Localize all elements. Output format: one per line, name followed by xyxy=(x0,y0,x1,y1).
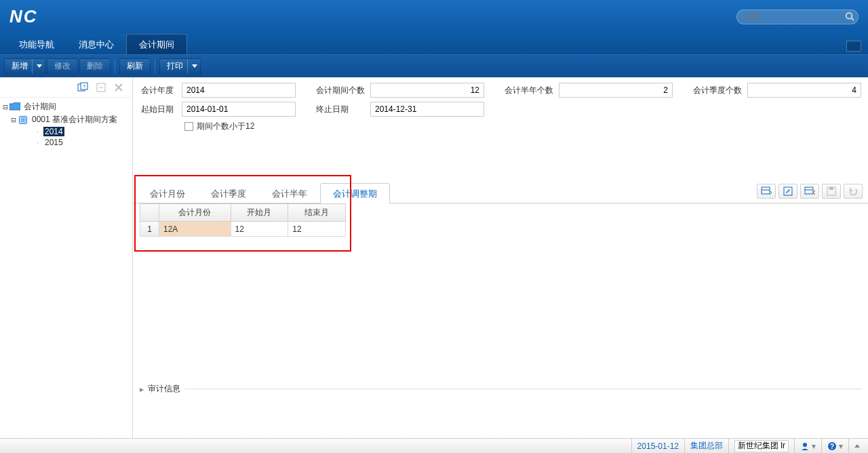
new-button[interactable]: 新增 xyxy=(4,58,45,75)
tree-collapse-icon[interactable]: ⊟ xyxy=(1,102,9,112)
status-org[interactable]: 集团总部 xyxy=(684,439,728,454)
input-start[interactable] xyxy=(182,102,296,117)
new-button-caret-icon[interactable] xyxy=(32,59,42,74)
svg-text:?: ? xyxy=(830,443,834,450)
tree-root[interactable]: ⊟ 会计期间 xyxy=(1,100,131,113)
action-undo-icon[interactable] xyxy=(844,184,863,199)
cell-month[interactable]: 12A xyxy=(159,222,231,237)
audit-collapse-icon[interactable]: ▸ xyxy=(140,385,148,394)
action-save-icon[interactable] xyxy=(822,184,841,199)
new-button-label: 新增 xyxy=(12,60,28,72)
cell-end[interactable]: 12 xyxy=(288,222,346,237)
nav-tabs: 功能导航 消息中心 会计期间 xyxy=(0,33,868,54)
refresh-button[interactable]: 刷新 xyxy=(119,58,151,75)
table-container: 会计月份 开始月 结束月 1 12A 12 12 xyxy=(133,203,868,276)
tree-scheme-label: 0001 基准会计期间方案 xyxy=(31,114,119,125)
checkbox-icon[interactable] xyxy=(184,122,193,131)
action-insert-icon[interactable] xyxy=(757,184,776,199)
status-bar: 2015-01-12 集团总部 ▾ ? ▾ xyxy=(0,438,868,453)
status-date[interactable]: 2015-01-12 xyxy=(631,439,684,454)
svg-rect-15 xyxy=(829,187,833,190)
toolbar-separator xyxy=(155,60,155,73)
tree-edit-icon[interactable] xyxy=(94,81,108,94)
print-button[interactable]: 打印 xyxy=(159,58,201,75)
form-area: 会计年度 会计期间个数 会计半年个数 会计季度个数 起始日期 xyxy=(133,77,868,142)
tree-root-label: 会计期间 xyxy=(22,101,58,113)
tree-year-label: 2014 xyxy=(43,127,64,136)
content: 会计年度 会计期间个数 会计半年个数 会计季度个数 起始日期 xyxy=(133,77,868,438)
cell-rownum: 1 xyxy=(140,222,159,237)
tree: ⊟ 会计期间 ⊟ ⊞ 0001 基准会计期间方案 · 2014 · 2015 xyxy=(0,98,132,151)
tree-add-icon[interactable]: + xyxy=(77,81,90,94)
label-halfyears: 会计半年个数 xyxy=(505,85,559,96)
input-periods[interactable] xyxy=(370,83,484,98)
search-icon[interactable] xyxy=(845,12,854,21)
col-month[interactable]: 会计月份 xyxy=(159,204,231,222)
input-halfyears[interactable] xyxy=(559,83,673,98)
audit-divider xyxy=(184,389,861,389)
tree-leaf-icon: · xyxy=(33,127,43,136)
print-button-caret-icon[interactable] xyxy=(187,59,197,74)
tree-delete-icon[interactable] xyxy=(112,81,125,94)
delete-button[interactable]: 删除 xyxy=(79,58,111,75)
toolbar: 新增 修改 删除 刷新 打印 xyxy=(0,54,868,77)
status-group-wrap xyxy=(728,439,794,454)
folder-icon xyxy=(9,102,20,112)
sidebar: + ⊟ 会计期间 ⊟ ⊞ 0001 基准会计期间方案 xyxy=(0,77,133,438)
status-user-icon[interactable]: ▾ xyxy=(794,439,821,454)
search-wrap xyxy=(736,9,859,24)
main-area: + ⊟ 会计期间 ⊟ ⊞ 0001 基准会计期间方案 xyxy=(0,77,868,438)
audit-label: 审计信息 xyxy=(148,383,180,395)
status-expand-icon[interactable] xyxy=(848,439,865,454)
svg-text:+: + xyxy=(83,83,86,90)
col-start[interactable]: 开始月 xyxy=(231,204,288,222)
svg-rect-9 xyxy=(762,187,770,194)
top-header: NC xyxy=(0,0,868,33)
app-logo: NC xyxy=(9,6,38,27)
label-year: 会计年度 xyxy=(141,85,182,96)
table-header-row: 会计月份 开始月 结束月 xyxy=(140,204,346,222)
tree-leaf-icon: · xyxy=(33,138,43,147)
svg-point-16 xyxy=(803,443,807,447)
adjust-table: 会计月份 开始月 结束月 1 12A 12 12 xyxy=(140,203,346,237)
col-rownum xyxy=(140,204,159,222)
subtab-actions xyxy=(757,184,868,201)
action-edit-icon[interactable] xyxy=(778,184,797,199)
cell-start[interactable]: 12 xyxy=(231,222,288,237)
svg-rect-12 xyxy=(805,187,813,194)
label-quarters: 会计季度个数 xyxy=(693,85,747,96)
action-remove-icon[interactable] xyxy=(800,184,819,199)
edit-button[interactable]: 修改 xyxy=(47,58,78,75)
scheme-icon: ⊞ xyxy=(18,115,28,125)
tree-collapse-icon[interactable]: ⊟ xyxy=(9,115,18,125)
tree-scheme[interactable]: ⊟ ⊞ 0001 基准会计期间方案 xyxy=(1,113,131,126)
tree-year-label: 2015 xyxy=(43,138,64,147)
label-end: 终止日期 xyxy=(316,104,370,115)
svg-line-1 xyxy=(852,18,854,20)
status-group-input[interactable] xyxy=(734,440,789,452)
status-help-icon[interactable]: ? ▾ xyxy=(821,439,848,454)
nav-tab-period[interactable]: 会计期间 xyxy=(126,34,187,54)
input-end[interactable] xyxy=(370,102,484,117)
table-row[interactable]: 1 12A 12 12 xyxy=(140,222,346,237)
label-start: 起始日期 xyxy=(141,104,182,115)
svg-point-0 xyxy=(846,12,852,18)
nav-tab-functions[interactable]: 功能导航 xyxy=(7,35,66,54)
tree-year-2014[interactable]: · 2014 xyxy=(1,126,131,137)
label-lt12: 期间个数小于12 xyxy=(197,121,254,132)
toolbar-separator xyxy=(115,60,115,73)
window-restore-icon[interactable] xyxy=(846,41,861,52)
print-button-label: 打印 xyxy=(167,60,183,72)
label-periods: 会计期间个数 xyxy=(316,85,370,96)
search-input[interactable] xyxy=(736,9,859,24)
col-end[interactable]: 结束月 xyxy=(288,204,346,222)
input-quarters[interactable] xyxy=(747,83,861,98)
input-year[interactable] xyxy=(182,83,296,98)
nav-tab-messages[interactable]: 消息中心 xyxy=(66,35,126,54)
sidebar-tools: + xyxy=(0,77,132,98)
checkbox-lt12[interactable]: 期间个数小于12 xyxy=(184,121,254,132)
audit-area: ▸ 审计信息 xyxy=(133,380,868,397)
tree-year-2015[interactable]: · 2015 xyxy=(1,137,131,148)
adjust-period-panel: 会计月份 开始月 结束月 1 12A 12 12 xyxy=(134,175,351,252)
